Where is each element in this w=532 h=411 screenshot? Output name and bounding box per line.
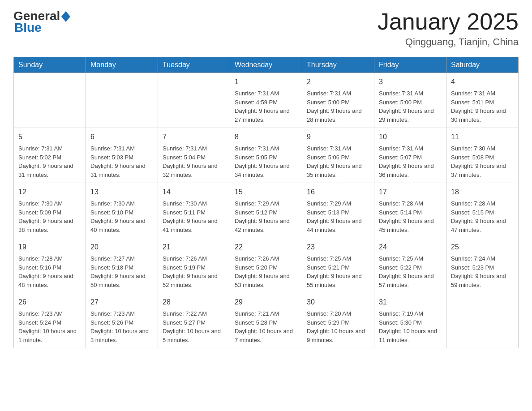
sunset-text: Sunset: 5:04 PM — [163, 153, 225, 162]
sunset-text: Sunset: 5:26 PM — [90, 318, 153, 327]
sunrise-text: Sunrise: 7:29 AM — [235, 199, 297, 208]
day-number: 21 — [163, 242, 225, 253]
calendar-week-row: 12Sunrise: 7:30 AMSunset: 5:09 PMDayligh… — [14, 183, 519, 238]
day-info: Sunrise: 7:30 AMSunset: 5:08 PMDaylight:… — [451, 144, 514, 179]
sunset-text: Sunset: 5:16 PM — [18, 263, 81, 272]
daylight-text: Daylight: 9 hours and 48 minutes. — [18, 272, 81, 289]
daylight-text: Daylight: 10 hours and 7 minutes. — [235, 327, 297, 344]
sunrise-text: Sunrise: 7:24 AM — [451, 254, 514, 263]
day-number: 29 — [235, 297, 297, 308]
day-info: Sunrise: 7:31 AMSunset: 4:59 PMDaylight:… — [235, 89, 297, 124]
calendar-day-cell: 9Sunrise: 7:31 AMSunset: 5:06 PMDaylight… — [302, 128, 374, 183]
day-number: 2 — [307, 77, 369, 87]
daylight-text: Daylight: 9 hours and 36 minutes. — [379, 162, 442, 179]
sunrise-text: Sunrise: 7:30 AM — [18, 199, 81, 208]
day-info: Sunrise: 7:31 AMSunset: 5:03 PMDaylight:… — [90, 144, 153, 179]
day-info: Sunrise: 7:24 AMSunset: 5:23 PMDaylight:… — [451, 254, 514, 289]
calendar-day-cell: 18Sunrise: 7:28 AMSunset: 5:15 PMDayligh… — [446, 183, 519, 238]
sunset-text: Sunset: 5:05 PM — [235, 153, 297, 162]
sunrise-text: Sunrise: 7:31 AM — [379, 144, 442, 153]
daylight-text: Daylight: 9 hours and 30 minutes. — [451, 107, 514, 124]
calendar-day-cell: 1Sunrise: 7:31 AMSunset: 4:59 PMDaylight… — [230, 73, 302, 128]
day-info: Sunrise: 7:29 AMSunset: 5:13 PMDaylight:… — [307, 199, 369, 234]
sunset-text: Sunset: 5:22 PM — [379, 263, 442, 272]
logo: General Blue — [13, 9, 70, 35]
day-number: 17 — [379, 187, 442, 197]
daylight-text: Daylight: 9 hours and 28 minutes. — [307, 107, 369, 124]
calendar-day-cell: 5Sunrise: 7:31 AMSunset: 5:02 PMDaylight… — [14, 128, 86, 183]
day-info: Sunrise: 7:23 AMSunset: 5:26 PMDaylight:… — [90, 309, 153, 344]
calendar-week-row: 5Sunrise: 7:31 AMSunset: 5:02 PMDaylight… — [14, 128, 519, 183]
calendar-header-row: SundayMondayTuesdayWednesdayThursdayFrid… — [14, 57, 519, 73]
calendar-day-cell: 30Sunrise: 7:20 AMSunset: 5:29 PMDayligh… — [302, 293, 374, 348]
day-info: Sunrise: 7:31 AMSunset: 5:07 PMDaylight:… — [379, 144, 442, 179]
day-number: 11 — [451, 132, 514, 142]
day-info: Sunrise: 7:28 AMSunset: 5:14 PMDaylight:… — [379, 199, 442, 234]
day-info: Sunrise: 7:23 AMSunset: 5:24 PMDaylight:… — [18, 309, 81, 344]
location-label: Qingguang, Tianjin, China — [378, 36, 519, 48]
daylight-text: Daylight: 10 hours and 5 minutes. — [163, 327, 225, 344]
calendar-day-cell: 22Sunrise: 7:26 AMSunset: 5:20 PMDayligh… — [230, 238, 302, 293]
day-number: 6 — [90, 132, 153, 142]
day-number: 15 — [235, 187, 297, 197]
daylight-text: Daylight: 10 hours and 1 minute. — [18, 327, 81, 344]
day-number: 5 — [18, 132, 81, 142]
sunrise-text: Sunrise: 7:30 AM — [451, 144, 514, 153]
day-info: Sunrise: 7:31 AMSunset: 5:00 PMDaylight:… — [379, 89, 442, 124]
daylight-text: Daylight: 9 hours and 52 minutes. — [163, 272, 225, 289]
daylight-text: Daylight: 9 hours and 37 minutes. — [451, 162, 514, 179]
day-info: Sunrise: 7:22 AMSunset: 5:27 PMDaylight:… — [163, 309, 225, 344]
day-number: 4 — [451, 77, 514, 87]
page-header: General Blue January 2025 Qingguang, Tia… — [13, 9, 519, 48]
day-number: 19 — [18, 242, 81, 253]
sunrise-text: Sunrise: 7:28 AM — [18, 254, 81, 263]
day-info: Sunrise: 7:30 AMSunset: 5:09 PMDaylight:… — [18, 199, 81, 234]
day-info: Sunrise: 7:29 AMSunset: 5:12 PMDaylight:… — [235, 199, 297, 234]
calendar-week-row: 1Sunrise: 7:31 AMSunset: 4:59 PMDaylight… — [14, 73, 519, 128]
calendar-day-cell: 15Sunrise: 7:29 AMSunset: 5:12 PMDayligh… — [230, 183, 302, 238]
calendar-day-cell: 31Sunrise: 7:19 AMSunset: 5:30 PMDayligh… — [374, 293, 446, 348]
sunrise-text: Sunrise: 7:28 AM — [379, 199, 442, 208]
daylight-text: Daylight: 9 hours and 55 minutes. — [307, 272, 369, 289]
day-info: Sunrise: 7:30 AMSunset: 5:10 PMDaylight:… — [90, 199, 153, 234]
sunset-text: Sunset: 5:07 PM — [379, 153, 442, 162]
sunset-text: Sunset: 5:00 PM — [379, 98, 442, 107]
calendar-day-cell: 19Sunrise: 7:28 AMSunset: 5:16 PMDayligh… — [14, 238, 86, 293]
sunset-text: Sunset: 5:01 PM — [451, 98, 514, 107]
calendar-day-cell: 11Sunrise: 7:30 AMSunset: 5:08 PMDayligh… — [446, 128, 519, 183]
sunrise-text: Sunrise: 7:20 AM — [307, 309, 369, 318]
day-number: 22 — [235, 242, 297, 253]
sunset-text: Sunset: 5:03 PM — [90, 153, 153, 162]
sunset-text: Sunset: 5:27 PM — [163, 318, 225, 327]
calendar-day-cell: 26Sunrise: 7:23 AMSunset: 5:24 PMDayligh… — [14, 293, 86, 348]
weekday-header-saturday: Saturday — [446, 57, 519, 73]
sunrise-text: Sunrise: 7:25 AM — [379, 254, 442, 263]
calendar-table: SundayMondayTuesdayWednesdayThursdayFrid… — [13, 57, 519, 348]
sunrise-text: Sunrise: 7:31 AM — [18, 144, 81, 153]
sunset-text: Sunset: 5:13 PM — [307, 208, 369, 217]
day-number: 31 — [379, 297, 442, 308]
calendar-day-cell: 12Sunrise: 7:30 AMSunset: 5:09 PMDayligh… — [14, 183, 86, 238]
sunrise-text: Sunrise: 7:19 AM — [379, 309, 442, 318]
sunset-text: Sunset: 5:21 PM — [307, 263, 369, 272]
sunset-text: Sunset: 5:29 PM — [307, 318, 369, 327]
day-number: 9 — [307, 132, 369, 142]
weekday-header-wednesday: Wednesday — [230, 57, 302, 73]
day-number: 1 — [235, 77, 297, 87]
day-number: 27 — [90, 297, 153, 308]
sunrise-text: Sunrise: 7:31 AM — [451, 89, 514, 98]
daylight-text: Daylight: 9 hours and 32 minutes. — [163, 162, 225, 179]
sunset-text: Sunset: 5:12 PM — [235, 208, 297, 217]
daylight-text: Daylight: 10 hours and 11 minutes. — [379, 327, 442, 344]
day-number: 3 — [379, 77, 442, 87]
daylight-text: Daylight: 9 hours and 31 minutes. — [90, 162, 153, 179]
day-number: 10 — [379, 132, 442, 142]
sunrise-text: Sunrise: 7:31 AM — [307, 89, 369, 98]
daylight-text: Daylight: 9 hours and 34 minutes. — [235, 162, 297, 179]
sunrise-text: Sunrise: 7:29 AM — [307, 199, 369, 208]
sunrise-text: Sunrise: 7:28 AM — [451, 199, 514, 208]
logo-blue-text: Blue — [14, 21, 42, 35]
sunrise-text: Sunrise: 7:30 AM — [90, 199, 153, 208]
sunset-text: Sunset: 5:14 PM — [379, 208, 442, 217]
daylight-text: Daylight: 9 hours and 45 minutes. — [379, 217, 442, 234]
